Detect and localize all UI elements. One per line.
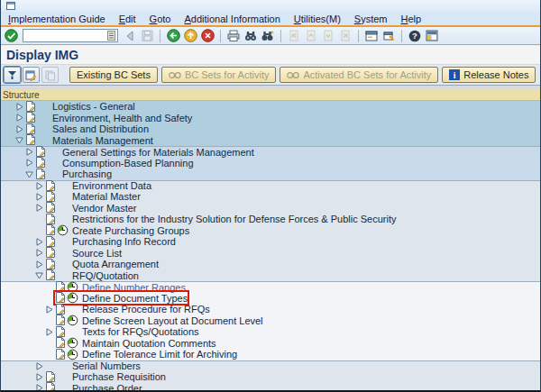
img-doc-icon[interactable] — [25, 112, 37, 123]
menu-goto[interactable]: Goto — [150, 14, 171, 24]
expand-node-icon[interactable] — [35, 204, 45, 212]
tree-row-material-master[interactable]: Material Master — [1, 191, 540, 203]
tree-row-create-purchasing-groups[interactable]: Create Purchasing Groups — [1, 225, 540, 237]
img-doc-icon[interactable] — [45, 371, 57, 383]
tree-item-label[interactable]: General Settings for Materials Managemen… — [62, 147, 254, 158]
img-doc-icon[interactable] — [45, 191, 57, 203]
tree-row-vendor-master[interactable]: Vendor Master — [1, 203, 540, 214]
expand-node-icon[interactable] — [35, 362, 45, 370]
img-doc-icon[interactable] — [45, 224, 57, 236]
tree-item-label[interactable]: Purchase Requisition — [72, 371, 166, 382]
expand-node-icon[interactable] — [35, 249, 45, 257]
expand-node-icon[interactable] — [15, 125, 25, 133]
menu-utilities-m[interactable]: Utilities(M) — [294, 14, 341, 24]
expand-node-icon[interactable] — [15, 103, 25, 111]
exit-icon[interactable] — [183, 28, 197, 43]
tree-item-label[interactable]: RFQ/Quotation — [72, 270, 139, 281]
img-doc-icon[interactable] — [45, 259, 57, 270]
tree-item-label[interactable]: Maintain Quotation Comments — [82, 338, 216, 349]
tree-row-restrictions-for-the-industry-solution-for-defense-forces-public-security[interactable]: Restrictions for the Industry Solution f… — [1, 214, 540, 225]
tree-item-label[interactable]: Define Screen Layout at Document Level — [82, 315, 263, 326]
expand-node-icon[interactable] — [35, 384, 45, 390]
tree-item-label[interactable]: Logistics - General — [52, 101, 135, 112]
create-shortcut-icon[interactable] — [381, 28, 396, 43]
expand-node-icon[interactable] — [15, 114, 25, 122]
img-doc-icon[interactable] — [55, 337, 67, 349]
tree-item-label[interactable]: Vendor Master — [72, 203, 137, 214]
menu-system[interactable]: System — [354, 14, 388, 24]
img-doc-icon[interactable] — [45, 382, 57, 390]
find-icon[interactable] — [243, 28, 258, 43]
tree-row-define-number-ranges[interactable]: Define Number Ranges — [1, 281, 540, 293]
enter-check-icon[interactable] — [4, 28, 18, 43]
img-doc-icon[interactable] — [45, 247, 57, 259]
customize-layout-icon[interactable] — [425, 28, 439, 43]
tree-item-label[interactable]: Consumption-Based Planning — [62, 158, 194, 169]
tree-row-general-settings-for-materials-management[interactable]: General Settings for Materials Managemen… — [1, 146, 540, 158]
tree-row-logistics-general[interactable]: Logistics - General — [1, 101, 540, 113]
tree-row-source-list[interactable]: Source List — [1, 248, 540, 260]
expand-node-icon[interactable] — [25, 148, 35, 156]
img-doc-icon[interactable] — [45, 202, 57, 214]
tree-row-consumption-based-planning[interactable]: Consumption-Based Planning — [1, 158, 540, 169]
tree-row-quota-arrangement[interactable]: Quota Arrangement — [1, 259, 540, 270]
new-session-icon[interactable] — [364, 28, 379, 43]
expand-node-icon[interactable] — [35, 182, 45, 190]
tree-item-label[interactable]: Environment Data — [72, 180, 151, 191]
tree-row-rfq-quotation[interactable]: RFQ/Quotation — [1, 270, 540, 282]
tree-item-label[interactable]: Create Purchasing Groups — [72, 225, 189, 236]
expand-node-icon[interactable] — [35, 260, 45, 269]
tree-item-label[interactable]: Purchase Order — [72, 383, 142, 390]
img-doc-icon[interactable] — [35, 169, 47, 180]
tree-row-environment-data[interactable]: Environment Data — [1, 180, 540, 192]
existing-bc-sets-button[interactable]: Existing BC Sets — [69, 67, 158, 83]
menu-additional-information[interactable]: Additional Information — [184, 14, 280, 24]
scroll-left-icon[interactable] — [123, 28, 137, 43]
tree-row-purchase-order[interactable]: Purchase Order — [1, 383, 540, 391]
img-activity-icon[interactable] — [67, 349, 80, 360]
tree-row-define-screen-layout-at-document-level[interactable]: Define Screen Layout at Document Level — [1, 315, 540, 327]
tree-row-purchasing-info-record[interactable]: Purchasing Info Record — [1, 236, 540, 248]
img-doc-icon[interactable] — [55, 326, 67, 338]
expand-node-icon[interactable] — [35, 238, 45, 246]
tree-item-label[interactable]: Restrictions for the Industry Solution f… — [72, 214, 397, 224]
img-doc-icon[interactable] — [45, 269, 57, 281]
tree-row-materials-management[interactable]: Materials Management — [1, 135, 540, 147]
tree-row-serial-numbers[interactable]: Serial Numbers — [1, 360, 540, 372]
print-icon[interactable] — [226, 28, 241, 43]
img-doc-icon[interactable] — [55, 349, 67, 360]
expand-hierarchy-icon[interactable] — [4, 67, 21, 83]
img-doc-icon[interactable] — [45, 236, 57, 248]
tree-item-label[interactable]: Release Procedure for RFQs — [82, 304, 210, 315]
tree-item-label[interactable]: Environment, Health and Safety — [52, 113, 192, 123]
expand-node-icon[interactable] — [35, 193, 45, 201]
img-doc-icon[interactable] — [55, 304, 67, 315]
tree-row-define-tolerance-limit-for-archiving[interactable]: Define Tolerance Limit for Archiving — [1, 349, 540, 360]
tree-item-label[interactable]: Sales and Distribution — [52, 123, 149, 134]
sap-window-icon[interactable] — [6, 2, 15, 10]
tree-row-texts-for-rfqs-quotations[interactable]: Texts for RFQs/Quotations — [1, 326, 540, 338]
tree-row-environment-health-and-safety[interactable]: Environment, Health and Safety — [1, 113, 540, 124]
menu-help[interactable]: Help — [401, 14, 422, 24]
tree-item-label[interactable]: Define Document Types — [82, 293, 188, 304]
collapse-node-icon[interactable] — [25, 170, 35, 178]
command-list-icon[interactable] — [107, 31, 115, 41]
tree-item-label[interactable]: Texts for RFQs/Quotations — [82, 326, 199, 337]
collapse-node-icon[interactable] — [35, 271, 45, 279]
img-doc-icon[interactable] — [45, 214, 57, 225]
expand-node-icon[interactable] — [25, 159, 35, 167]
tree-item-label[interactable]: Define Tolerance Limit for Archiving — [82, 349, 237, 360]
tree-item-label[interactable]: Material Master — [72, 191, 141, 202]
img-activity-icon[interactable] — [57, 224, 70, 236]
menu-implementation-guide[interactable]: Implementation Guide — [8, 14, 105, 24]
tree-item-label[interactable]: Purchasing Info Record — [72, 236, 176, 247]
release-notes-button[interactable]: iRelease Notes — [442, 67, 536, 83]
tree-item-label[interactable]: Define Number Ranges — [82, 282, 186, 293]
expand-node-icon[interactable] — [45, 305, 55, 314]
img-doc-icon[interactable] — [55, 315, 67, 326]
tree-item-label[interactable]: Purchasing — [62, 169, 112, 179]
img-activity-icon[interactable] — [67, 315, 80, 326]
cancel-icon[interactable] — [200, 28, 215, 43]
img-doc-icon[interactable] — [25, 123, 37, 135]
help-icon[interactable]: ? — [408, 28, 422, 43]
